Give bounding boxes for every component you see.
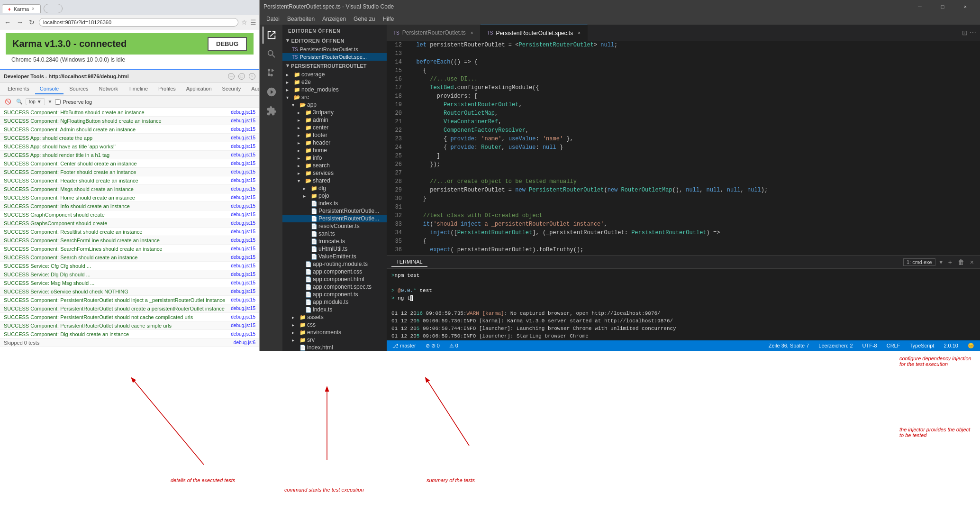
forward-button[interactable]: →	[15, 18, 25, 26]
editor-tab-0-close[interactable]: ×	[471, 30, 473, 36]
tree-item[interactable]: ▾📂 app	[282, 101, 387, 109]
tree-item[interactable]: 📄 index.ts	[282, 306, 387, 313]
address-bar[interactable]	[39, 18, 238, 27]
log-entry-link[interactable]: debug.js:15	[231, 195, 255, 200]
menu-bearbeiten[interactable]: Bearbeiten	[283, 15, 318, 23]
terminal-tab[interactable]: TERMINAL	[391, 257, 427, 267]
log-entry-link[interactable]: debug.js:6	[234, 340, 255, 345]
log-entry-link[interactable]: debug.js:15	[231, 297, 255, 302]
split-editor-icon[interactable]: ⊡	[962, 29, 968, 37]
open-editor-2[interactable]: TS PersistentRouterOutlet.spe...	[282, 53, 387, 61]
status-git[interactable]: ⎇ master	[390, 343, 418, 349]
open-editor-1[interactable]: TS PersistentRouterOutlet.ts	[282, 46, 387, 53]
tab-sources[interactable]: Sources	[64, 84, 93, 94]
log-entry-link[interactable]: debug.js:15	[231, 178, 255, 183]
tree-item[interactable]: ▸📁 node_modules	[282, 86, 387, 93]
vscode-minimize[interactable]: ─	[909, 0, 931, 13]
close-button[interactable]: ×	[249, 73, 255, 80]
tree-item[interactable]: 📄 app.module.ts	[282, 298, 387, 306]
log-entry-link[interactable]: debug.js:15	[231, 255, 255, 260]
filter-toggle[interactable]: ▼	[48, 99, 53, 104]
tree-item[interactable]: ▸📁 footer	[282, 131, 387, 139]
menu-datei[interactable]: Datei	[263, 15, 283, 23]
status-feedback[interactable]: 😊	[966, 343, 976, 349]
debug-button[interactable]: DEBUG	[208, 37, 247, 51]
log-entry-link[interactable]: debug.js:15	[231, 203, 255, 209]
browser-tab-close[interactable]: ×	[32, 6, 35, 11]
status-spaces[interactable]: Leerzeichen: 2	[817, 343, 854, 348]
status-position[interactable]: Zeile 36, Spalte 7	[767, 343, 811, 348]
log-entry-link[interactable]: debug.js:15	[231, 238, 255, 243]
tree-item[interactable]: 📄 app.component.ts	[282, 291, 387, 298]
options-icon[interactable]: ☰	[250, 18, 256, 26]
log-entry-link[interactable]: debug.js:15	[231, 212, 255, 217]
tree-item[interactable]: 📄 index.html	[282, 344, 387, 351]
log-entry-link[interactable]: debug.js:15	[231, 246, 255, 251]
menu-hilfe[interactable]: Hilfe	[379, 15, 398, 23]
tree-item[interactable]: ▸📁 center	[282, 124, 387, 131]
tree-item[interactable]: 📄 resolvCounter.ts	[282, 222, 387, 230]
preserve-log-checkbox[interactable]	[55, 99, 61, 105]
log-entry-link[interactable]: debug.js:15	[231, 161, 255, 166]
tree-item[interactable]: ▸📁 coverage	[282, 71, 387, 78]
tab-elements[interactable]: Elements	[3, 84, 34, 94]
log-entry-link[interactable]: debug.js:15	[231, 118, 255, 123]
tree-item[interactable]: ▸📁 srv	[282, 336, 387, 344]
status-version[interactable]: 2.0.10	[942, 343, 960, 348]
clear-console-button[interactable]: 🚫	[3, 98, 13, 106]
top-selector[interactable]: top ▼	[26, 98, 45, 105]
maximize-button[interactable]: □	[238, 73, 245, 80]
tab-application[interactable]: Application	[181, 84, 217, 94]
tree-item[interactable]: 📄 app.component.html	[282, 275, 387, 283]
log-entry-link[interactable]: debug.js:15	[231, 220, 255, 226]
log-entry-link[interactable]: debug.js:15	[231, 323, 255, 328]
tree-item[interactable]: 📄 PersistentRouterOutle...	[282, 215, 387, 222]
vscode-maximize[interactable]: □	[932, 0, 953, 13]
terminal-selector-arrow[interactable]: ▼	[938, 259, 944, 265]
log-entry-link[interactable]: debug.js:15	[231, 127, 255, 132]
tree-item[interactable]: 📄 sani.ts	[282, 230, 387, 238]
log-entry-link[interactable]: debug.js:15	[231, 331, 255, 337]
tab-security[interactable]: Security	[218, 84, 246, 94]
tree-item[interactable]: 📄 PersistentRouterOutle...	[282, 207, 387, 215]
editor-tab-0[interactable]: TS PersistentRouterOutlet.ts ×	[387, 25, 481, 41]
new-tab-button[interactable]	[44, 4, 63, 13]
tree-item[interactable]: ▸📁 environments	[282, 329, 387, 336]
tab-console[interactable]: Console	[35, 84, 64, 94]
tree-item[interactable]: ▸📁 admin	[282, 116, 387, 124]
status-language[interactable]: TypeScript	[907, 343, 936, 348]
tab-network[interactable]: Network	[94, 84, 123, 94]
tree-item[interactable]: ▸📁 assets	[282, 313, 387, 321]
editor-tab-1[interactable]: TS PersistentRouterOutlet.spec.ts ×	[481, 25, 588, 41]
tree-item[interactable]: ▸📁 home	[282, 146, 387, 154]
more-actions-icon[interactable]: ⋯	[970, 29, 976, 37]
activity-debug[interactable]	[263, 83, 280, 101]
activity-search[interactable]	[263, 46, 280, 63]
tab-timeline[interactable]: Timeline	[124, 84, 153, 94]
vscode-close[interactable]: ×	[954, 0, 976, 13]
menu-gehe-zu[interactable]: Gehe zu	[350, 15, 379, 23]
terminal-trash-button[interactable]: 🗑	[956, 258, 966, 266]
activity-git[interactable]	[263, 64, 280, 82]
tree-item[interactable]: 📄 app.component.spec.ts	[282, 283, 387, 291]
tree-item[interactable]: 📄 app.component.css	[282, 268, 387, 275]
tree-item[interactable]: ▸📁 3rdparty	[282, 109, 387, 116]
log-entry-link[interactable]: debug.js:15	[231, 263, 255, 268]
file-tree-section-header[interactable]: ▾ PersistentRouterOutlet	[282, 61, 387, 71]
tree-item[interactable]: ▾📂 shared	[282, 177, 387, 184]
log-entry-link[interactable]: debug.js:15	[231, 152, 255, 157]
tree-item[interactable]: 📄 app-routing.module.ts	[282, 260, 387, 268]
tree-item[interactable]: 📄 uHtmlUtil.ts	[282, 245, 387, 253]
activity-extensions[interactable]	[263, 102, 280, 119]
status-line-endings[interactable]: CRLF	[885, 343, 902, 348]
back-button[interactable]: ←	[3, 18, 12, 26]
log-entry-link[interactable]: debug.js:15	[231, 169, 255, 174]
log-entry-link[interactable]: debug.js:15	[231, 272, 255, 277]
code-editor[interactable]: 1213141516171819202122232425262728293031…	[387, 41, 980, 255]
log-entry-link[interactable]: debug.js:15	[231, 110, 255, 115]
status-errors[interactable]: ⊘ ⊘ 0	[424, 343, 442, 349]
log-entry-link[interactable]: debug.js:15	[231, 314, 255, 320]
log-entry-link[interactable]: debug.js:15	[231, 289, 255, 294]
tree-item[interactable]: ▸📁 css	[282, 321, 387, 329]
filter-icon[interactable]: 🔍	[16, 99, 23, 105]
